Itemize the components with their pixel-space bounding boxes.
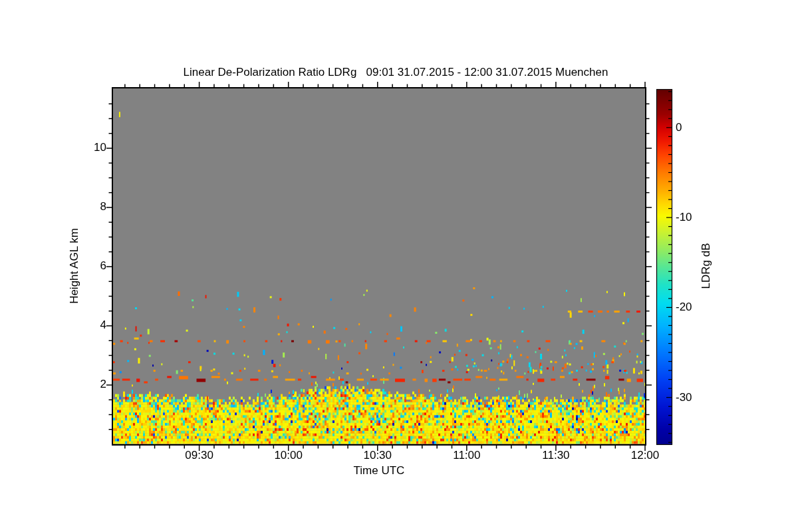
colorbar-tick-label: -30 — [676, 391, 709, 404]
x-tick-label: 09:30 — [180, 449, 219, 462]
x-axis-title: Time UTC — [313, 464, 446, 477]
ldr-time-height-figure: Linear De-Polarization Ratio LDRg 09:01 … — [0, 0, 798, 532]
chart-title: Linear De-Polarization Ratio LDRg 09:01 … — [130, 66, 662, 79]
x-tick-label: 11:30 — [536, 449, 576, 462]
y-tick-label: 8 — [73, 200, 106, 213]
y-tick-label: 2 — [73, 378, 106, 391]
x-tick-label: 12:00 — [625, 449, 665, 462]
y-tick-label: 4 — [73, 319, 106, 332]
x-tick-label: 11:00 — [447, 449, 487, 462]
colorbar-tick-label: -10 — [676, 211, 709, 224]
y-tick-label: 10 — [73, 141, 106, 154]
x-tick-label: 10:00 — [269, 449, 309, 462]
colorbar-tick-label: -20 — [676, 301, 709, 314]
colorbar-tick-label: 0 — [676, 121, 709, 134]
heatmap-canvas — [0, 0, 798, 532]
y-tick-label: 6 — [73, 259, 106, 273]
x-tick-label: 10:30 — [358, 449, 398, 462]
